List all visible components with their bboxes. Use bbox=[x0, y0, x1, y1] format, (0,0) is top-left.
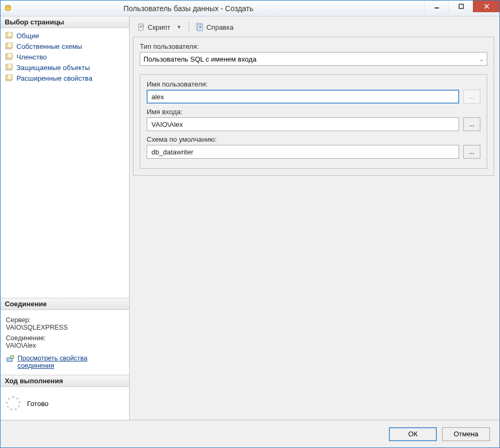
login-browse-button[interactable]: ... bbox=[463, 117, 480, 131]
user-type-label: Тип пользователя: bbox=[140, 42, 487, 50]
main-fieldset: Тип пользователя: Пользователь SQL с име… bbox=[133, 37, 494, 176]
page-item-extended-properties[interactable]: Расширенные свойства bbox=[1, 73, 129, 83]
page-item-label: Защищаемые объекты bbox=[16, 64, 90, 72]
username-label: Имя пользователя: bbox=[147, 80, 480, 88]
page-icon bbox=[5, 31, 13, 40]
username-value: alex bbox=[151, 93, 164, 101]
svg-rect-9 bbox=[7, 53, 12, 58]
close-button[interactable] bbox=[473, 1, 499, 12]
titlebar: Пользователь базы данных - Создать bbox=[1, 1, 499, 16]
dialog-window: Пользователь базы данных - Создать Выбор… bbox=[0, 0, 500, 448]
page-list: Общие Собственные схемы Членство bbox=[1, 28, 129, 85]
inner-fieldset: Имя пользователя: alex ... Имя входа: VA… bbox=[140, 74, 487, 169]
minimize-button[interactable] bbox=[424, 1, 448, 12]
page-item-label: Общие bbox=[16, 32, 39, 40]
login-input[interactable]: VAIO\Alex bbox=[147, 117, 459, 131]
help-button[interactable]: ? Справка bbox=[193, 22, 235, 32]
toolbar: Скрипт ▼ ? Справка bbox=[133, 20, 494, 37]
username-browse-button: ... bbox=[463, 90, 480, 104]
script-dropdown-arrow[interactable]: ▼ bbox=[176, 24, 185, 30]
script-label: Скрипт bbox=[148, 23, 171, 31]
default-schema-value: db_datawriter bbox=[151, 148, 193, 156]
view-connection-properties-link[interactable]: Просмотреть свойства соединения bbox=[18, 355, 124, 369]
sidebar: Выбор страницы Общие Собственные схемы bbox=[1, 16, 130, 420]
svg-rect-15 bbox=[11, 356, 14, 358]
svg-rect-3 bbox=[459, 4, 463, 8]
toolbar-separator bbox=[189, 22, 189, 32]
app-icon bbox=[4, 4, 12, 13]
default-schema-label: Схема по умолчанию: bbox=[147, 135, 480, 143]
page-icon bbox=[5, 74, 13, 82]
page-item-label: Расширенные свойства bbox=[16, 74, 92, 82]
svg-rect-5 bbox=[7, 32, 12, 37]
page-icon bbox=[5, 63, 13, 72]
connection-header: Соединение bbox=[1, 298, 129, 310]
username-input[interactable]: alex bbox=[147, 90, 459, 104]
cancel-button[interactable]: Отмена bbox=[442, 427, 490, 441]
page-item-owned-schemas[interactable]: Собственные схемы bbox=[1, 41, 129, 51]
svg-rect-7 bbox=[7, 42, 12, 48]
window-title: Пользователь базы данных - Создать bbox=[16, 4, 360, 13]
page-item-label: Членство bbox=[16, 53, 47, 61]
window-controls bbox=[424, 1, 499, 16]
ok-button[interactable]: ОК bbox=[389, 427, 437, 441]
server-label: Сервер: bbox=[6, 316, 124, 324]
page-icon bbox=[5, 53, 13, 61]
dialog-body: Выбор страницы Общие Собственные схемы bbox=[1, 16, 499, 420]
help-label: Справка bbox=[206, 23, 233, 31]
script-icon bbox=[137, 23, 146, 31]
connection-value: VAIO\Alex bbox=[6, 342, 124, 349]
progress-spinner-icon bbox=[6, 396, 21, 411]
connection-properties-icon bbox=[6, 355, 14, 363]
default-schema-browse-button[interactable]: ... bbox=[463, 145, 480, 159]
connection-section: Соединение Сервер: VAIO\SQLEXPRESS Соеди… bbox=[1, 298, 129, 375]
svg-text:?: ? bbox=[199, 25, 202, 30]
sidebar-spacer bbox=[1, 85, 129, 298]
main-panel: Скрипт ▼ ? Справка Тип пользов bbox=[130, 16, 499, 420]
page-selector-section: Выбор страницы Общие Собственные схемы bbox=[1, 16, 129, 85]
connection-label: Соединение: bbox=[6, 334, 124, 342]
login-label: Имя входа: bbox=[147, 108, 480, 116]
svg-rect-2 bbox=[435, 7, 439, 8]
dialog-footer: ОК Отмена bbox=[1, 420, 499, 447]
default-schema-input[interactable]: db_datawriter bbox=[147, 145, 459, 159]
connection-body: Сервер: VAIO\SQLEXPRESS Соединение: VAIO… bbox=[1, 310, 129, 375]
help-icon: ? bbox=[196, 23, 204, 31]
maximize-button[interactable] bbox=[448, 1, 473, 12]
progress-status: Готово bbox=[27, 400, 48, 408]
page-selector-header: Выбор страницы bbox=[1, 16, 129, 28]
page-icon bbox=[5, 42, 13, 50]
page-item-general[interactable]: Общие bbox=[1, 30, 129, 41]
user-type-value: Пользователь SQL с именем входа bbox=[143, 55, 257, 63]
svg-rect-11 bbox=[7, 64, 12, 69]
script-button[interactable]: Скрипт bbox=[135, 22, 173, 32]
page-item-label: Собственные схемы bbox=[16, 42, 82, 50]
server-value: VAIO\SQLEXPRESS bbox=[6, 324, 124, 331]
page-item-membership[interactable]: Членство bbox=[1, 51, 129, 62]
svg-rect-13 bbox=[7, 74, 12, 80]
progress-body: Готово bbox=[1, 387, 129, 420]
progress-section: Ход выполнения Готово bbox=[1, 375, 129, 420]
chevron-down-icon: ⌄ bbox=[479, 56, 484, 62]
progress-header: Ход выполнения bbox=[1, 375, 129, 387]
user-type-select[interactable]: Пользователь SQL с именем входа ⌄ bbox=[140, 52, 487, 66]
login-value: VAIO\Alex bbox=[151, 120, 183, 128]
page-item-securables[interactable]: Защищаемые объекты bbox=[1, 62, 129, 73]
